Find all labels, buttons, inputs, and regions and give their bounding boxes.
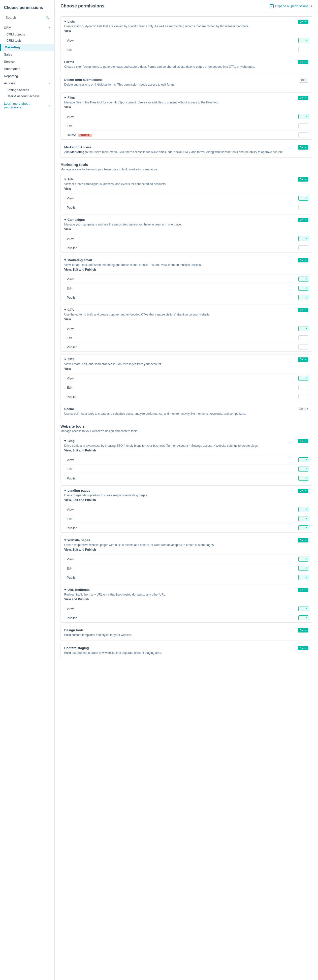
toggle-social[interactable]: None ▾	[299, 407, 308, 410]
perm-title-cta[interactable]: ▾ CTA	[64, 308, 294, 312]
toggle-files[interactable]: ON ✓	[298, 96, 308, 100]
sidebar-item-user-account-access[interactable]: User & account access	[0, 93, 54, 99]
perm-title-content-staging[interactable]: Content staging	[64, 646, 294, 650]
toggle-off-badge[interactable]: OFF	[299, 78, 308, 83]
perm-title-forms[interactable]: Forms	[64, 60, 294, 64]
toggle-lists[interactable]: ON ✓	[298, 20, 308, 24]
perm-title-ads[interactable]: ▾ Ads	[64, 177, 294, 181]
perm-block-blog: ▾ Blog Drive traffic and awareness by cr…	[60, 436, 312, 483]
mini-toggle-edit-blog[interactable]: ✓	[298, 466, 308, 471]
sidebar-item-service[interactable]: Service	[0, 58, 54, 65]
header-title: Choose permissions	[60, 3, 105, 9]
search-input[interactable]	[3, 14, 51, 21]
perm-block-design-tools: Design tools Build custom templates and …	[60, 625, 312, 640]
toggle-url-redirects[interactable]: ON ✓	[298, 588, 308, 592]
mini-toggle-edit-sms[interactable]	[298, 385, 308, 390]
sidebar-item-sales[interactable]: Sales	[0, 51, 54, 58]
perm-title-url-redirects[interactable]: ▾ URL Redirects	[64, 588, 294, 592]
sidebar-item-automation[interactable]: Automation	[0, 65, 54, 72]
toggle-on-landing-pages[interactable]: ON ✓	[298, 488, 308, 493]
mini-toggle-edit-lists[interactable]	[298, 47, 308, 52]
mini-toggle-publish-blog[interactable]: ✓	[298, 476, 308, 481]
toggle-landing-pages[interactable]: ON ✓	[298, 488, 308, 493]
sidebar-item-marketing[interactable]: Marketing	[0, 44, 54, 51]
mini-toggle-view-landing-pages[interactable]: ✓	[298, 507, 308, 512]
mini-toggle-view-ads[interactable]: ✓	[298, 196, 308, 200]
toggle-on-cta[interactable]: ON ✓	[298, 308, 308, 312]
perm-title-design-tools[interactable]: Design tools	[64, 628, 294, 632]
mini-toggle-view-cta[interactable]: ✓	[298, 326, 308, 331]
perm-title-lists[interactable]: ▾ Lists	[64, 20, 294, 23]
perm-title-website-pages[interactable]: ▾ Website pages	[64, 538, 294, 542]
toggle-on-button[interactable]: ON ✓	[298, 20, 308, 24]
marketing-access-block: Marketing Access Add Marketing to the us…	[60, 142, 312, 158]
toggle-sms[interactable]: ON ✓	[298, 358, 308, 362]
mini-toggle-edit-landing-pages[interactable]: ✓	[298, 516, 308, 521]
mini-toggle-edit-files[interactable]	[298, 123, 308, 128]
expand-all-button[interactable]: ✓ Expand all permissions	[270, 4, 308, 8]
toggle-on-ads[interactable]: ON ✓	[298, 177, 308, 181]
perm-title-campaigns[interactable]: ▾ Campaigns	[64, 218, 294, 221]
toggle-on-website-pages[interactable]: ON ✓	[298, 538, 308, 542]
toggle-on-files[interactable]: ON ✓	[298, 96, 308, 100]
toggle-on-blog[interactable]: ON ✓	[298, 439, 308, 443]
perm-title-delete-form-submissions[interactable]: Delete form submissions	[64, 78, 295, 82]
perm-title-sms[interactable]: ▾ SMS	[64, 358, 294, 361]
toggle-on-marketing-access[interactable]: ON ✓	[298, 145, 308, 150]
mini-toggle-view-marketing-email[interactable]: ✓	[298, 277, 308, 282]
toggle-website-pages[interactable]: ON ✓	[298, 538, 308, 542]
toggle-on-content-staging[interactable]: ON ✓	[298, 646, 308, 651]
toggle-on-marketing-email[interactable]: ON ✓	[298, 258, 308, 262]
mini-toggle-publish-sms[interactable]	[298, 394, 308, 399]
toggle-content-staging[interactable]: ON ✓	[298, 646, 308, 651]
mini-toggle-view-campaigns[interactable]: ✓	[298, 236, 308, 241]
mini-toggle-publish-cta[interactable]	[298, 345, 308, 350]
mini-toggle-publish-url-redirects[interactable]: ✓	[298, 616, 308, 620]
perm-title-marketing-email[interactable]: ▾ Marketing email	[64, 258, 294, 262]
mini-toggle-view-files[interactable]: ✓	[298, 114, 308, 119]
sidebar-item-reporting[interactable]: Reporting	[0, 72, 54, 80]
mini-toggle-view-lists[interactable]: ✓	[298, 38, 308, 43]
toggle-on-design-tools[interactable]: ON ✓	[298, 628, 308, 633]
mini-toggle-view-blog[interactable]: ✓	[298, 457, 308, 462]
sidebar-item-crm[interactable]: CRM ▾	[0, 24, 54, 31]
toggle-on-forms[interactable]: ON ✓	[298, 60, 308, 64]
perm-title-files[interactable]: ▾ Files	[64, 96, 294, 99]
toggle-campaigns[interactable]: ON ✓	[298, 218, 308, 222]
perm-title-blog[interactable]: ▾ Blog	[64, 439, 294, 443]
sidebar-item-crm-objects[interactable]: CRM objects	[0, 31, 54, 37]
mini-toggle-publish-marketing-email[interactable]: ✓	[298, 295, 308, 300]
perm-title-social[interactable]: Social	[64, 407, 295, 411]
toggle-forms[interactable]: ON ✓	[298, 60, 308, 64]
header: Choose permissions ✓ Expand all permissi…	[54, 0, 318, 13]
mini-toggle-edit-cta[interactable]	[298, 335, 308, 340]
mini-toggle-view-url-redirects[interactable]: ✓	[298, 606, 308, 611]
toggle-on-url-redirects[interactable]: ON ✓	[298, 588, 308, 592]
mini-toggle-publish-campaigns[interactable]	[298, 245, 308, 250]
toggle-blog[interactable]: ON ✓	[298, 439, 308, 443]
mini-toggle-view-website-pages[interactable]: ✓	[298, 557, 308, 562]
sidebar-item-crm-tools[interactable]: CRM tools	[0, 37, 54, 44]
toggle-none-social[interactable]: None ▾	[299, 407, 308, 410]
toggle-cta[interactable]: ON ✓	[298, 308, 308, 312]
mini-toggle-publish-landing-pages[interactable]: ✓	[298, 525, 308, 530]
toggle-delete-form-submissions[interactable]: OFF	[299, 78, 308, 83]
toggle-design-tools[interactable]: ON ✓	[298, 628, 308, 633]
learn-more-link[interactable]: Learn more about permissions ↗	[0, 99, 54, 111]
toggle-on-campaigns[interactable]: ON ✓	[298, 218, 308, 222]
toggle-ads[interactable]: ON ✓	[298, 177, 308, 181]
info-icon[interactable]: ℹ	[311, 4, 312, 8]
toggle-on-sms[interactable]: ON ✓	[298, 358, 308, 362]
mini-toggle-publish-ads[interactable]	[298, 205, 308, 210]
mini-toggle-delete-files[interactable]	[298, 132, 308, 137]
toggle-marketing-access[interactable]: ON ✓	[298, 145, 308, 150]
mini-toggle-view-sms[interactable]: ✓	[298, 376, 308, 381]
mini-toggle-edit-marketing-email[interactable]: ✓	[298, 286, 308, 291]
toggle-marketing-email[interactable]: ON ✓	[298, 258, 308, 262]
sidebar-item-settings-access[interactable]: Settings access	[0, 87, 54, 93]
sidebar-item-account[interactable]: Account ▾	[0, 80, 54, 87]
check-icon: ✓	[304, 146, 306, 149]
mini-toggle-edit-website-pages[interactable]: ✓	[298, 566, 308, 571]
mini-toggle-publish-website-pages[interactable]: ✓	[298, 575, 308, 580]
perm-title-landing-pages[interactable]: ▾ Landing pages	[64, 488, 294, 492]
